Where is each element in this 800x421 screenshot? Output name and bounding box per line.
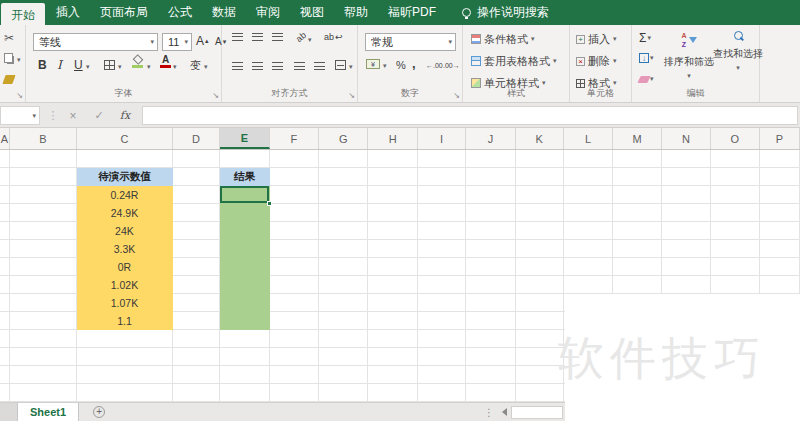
align-middle-icon[interactable] <box>252 33 263 41</box>
cell[interactable] <box>418 168 466 186</box>
cell[interactable] <box>270 204 319 222</box>
cell[interactable] <box>466 168 515 186</box>
font-dialog-launcher-icon[interactable]: ↘ <box>212 92 219 100</box>
cell[interactable] <box>760 186 800 204</box>
font-color-caret-icon[interactable]: ▾ <box>173 63 177 71</box>
cell[interactable] <box>319 348 368 366</box>
cell[interactable] <box>10 204 77 222</box>
tab-formulas[interactable]: 公式 <box>159 0 201 25</box>
cell[interactable] <box>418 258 466 276</box>
cell[interactable] <box>10 240 77 258</box>
cell-demo-value[interactable]: 1.02K <box>77 276 173 294</box>
cell-demo-value[interactable]: 3.3K <box>77 240 173 258</box>
cancel-entry-icon[interactable]: × <box>64 106 82 125</box>
selected-cell[interactable] <box>220 186 269 204</box>
align-top-icon[interactable] <box>232 33 243 41</box>
cell[interactable] <box>0 168 10 186</box>
cell-result[interactable] <box>220 240 269 258</box>
cell[interactable] <box>613 276 661 294</box>
cell[interactable] <box>220 384 269 402</box>
cell-demo-value[interactable]: 24K <box>77 222 173 240</box>
column-header-P[interactable]: P <box>760 128 800 149</box>
column-header-F[interactable]: F <box>270 128 319 149</box>
cell[interactable] <box>270 384 319 402</box>
column-header-L[interactable]: L <box>564 128 613 149</box>
cell[interactable] <box>368 168 417 186</box>
cell[interactable] <box>368 312 417 330</box>
autosum-button[interactable]: Σ▾ <box>639 31 651 45</box>
cell[interactable] <box>613 150 661 168</box>
cell[interactable] <box>711 222 759 240</box>
cell[interactable] <box>10 348 77 366</box>
align-right-icon[interactable] <box>272 62 283 70</box>
fill-color-caret-icon[interactable]: ▾ <box>147 63 151 71</box>
cell[interactable] <box>466 204 515 222</box>
cell[interactable] <box>516 294 564 312</box>
tell-me-search[interactable]: 操作说明搜索 <box>462 4 549 21</box>
horizontal-scrollbar[interactable] <box>511 406 563 419</box>
cell-demo-value[interactable]: 0R <box>77 258 173 276</box>
cell-result[interactable] <box>220 294 269 312</box>
format-painter-icon[interactable] <box>2 75 15 84</box>
cell[interactable] <box>418 186 466 204</box>
scroll-left-icon[interactable] <box>502 408 507 416</box>
cell[interactable] <box>466 294 515 312</box>
cell[interactable] <box>516 330 564 348</box>
merge-caret-icon[interactable]: ▾ <box>349 63 353 71</box>
column-header-I[interactable]: I <box>418 128 466 149</box>
align-center-icon[interactable] <box>252 62 263 70</box>
cell[interactable] <box>466 384 515 402</box>
cell[interactable] <box>418 150 466 168</box>
cell[interactable] <box>0 276 10 294</box>
cell[interactable] <box>368 276 417 294</box>
cell[interactable] <box>173 276 220 294</box>
cell[interactable] <box>418 276 466 294</box>
cell[interactable] <box>466 276 515 294</box>
increase-decimal-icon[interactable]: ←.00 <box>426 62 443 69</box>
font-color-icon[interactable]: A <box>160 55 171 68</box>
merge-center-icon[interactable] <box>335 60 346 70</box>
cell[interactable] <box>319 312 368 330</box>
cell[interactable] <box>319 258 368 276</box>
cell[interactable] <box>77 384 173 402</box>
cell[interactable] <box>564 186 613 204</box>
cell[interactable] <box>418 384 466 402</box>
increase-font-size-icon[interactable]: A▴ <box>196 34 209 48</box>
cell[interactable] <box>368 384 417 402</box>
cell[interactable] <box>368 240 417 258</box>
cell[interactable] <box>319 150 368 168</box>
cell[interactable] <box>10 150 77 168</box>
cell[interactable] <box>466 186 515 204</box>
cell[interactable] <box>0 222 10 240</box>
cell[interactable] <box>319 204 368 222</box>
cell[interactable] <box>466 258 515 276</box>
tab-foxit-pdf[interactable]: 福昕PDF <box>379 0 445 25</box>
cell[interactable] <box>418 330 466 348</box>
cell[interactable] <box>173 348 220 366</box>
cell[interactable] <box>270 258 319 276</box>
cell-result[interactable] <box>220 204 269 222</box>
cell[interactable] <box>270 150 319 168</box>
cell[interactable] <box>368 330 417 348</box>
underline-caret-icon[interactable]: ▾ <box>86 63 90 71</box>
cell-demo-value[interactable]: 1.07K <box>77 294 173 312</box>
column-header-K[interactable]: K <box>516 128 564 149</box>
cell[interactable] <box>760 204 800 222</box>
cell[interactable] <box>516 276 564 294</box>
cell[interactable] <box>613 258 661 276</box>
tab-data[interactable]: 数据 <box>203 0 245 25</box>
alignment-dialog-launcher-icon[interactable]: ↘ <box>348 92 355 100</box>
conditional-formatting-button[interactable]: 条件格式 ▾ <box>471 31 535 47</box>
column-header-G[interactable]: G <box>319 128 368 149</box>
copy-icon[interactable] <box>4 53 13 63</box>
borders-icon[interactable] <box>104 60 115 70</box>
fill-color-icon[interactable] <box>132 56 143 68</box>
accounting-format-icon[interactable]: ¥ <box>366 59 380 69</box>
confirm-entry-icon[interactable]: ✓ <box>90 106 108 125</box>
cell-result[interactable] <box>220 222 269 240</box>
cell[interactable] <box>662 204 711 222</box>
cell[interactable] <box>173 222 220 240</box>
align-left-icon[interactable] <box>232 62 243 70</box>
cell[interactable] <box>368 186 417 204</box>
cell[interactable] <box>270 222 319 240</box>
